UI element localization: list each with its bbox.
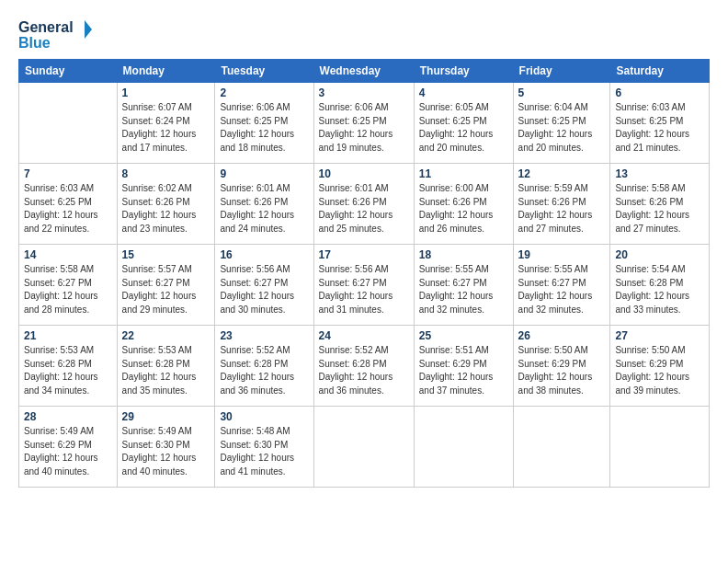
day-number: 20 [615, 248, 704, 261]
day-number: 4 [419, 86, 508, 99]
logo-svg: General Blue [18, 17, 92, 53]
day-info: Sunrise: 6:07 AMSunset: 6:24 PMDaylight:… [122, 101, 210, 155]
day-number: 5 [518, 86, 606, 99]
day-info: Sunrise: 5:49 AMSunset: 6:29 PMDaylight:… [24, 425, 112, 478]
calendar-cell: 12Sunrise: 5:59 AMSunset: 6:26 PMDayligh… [513, 164, 610, 245]
calendar-header-saturday: Saturday [610, 60, 710, 83]
day-info: Sunrise: 6:03 AMSunset: 6:25 PMDaylight:… [24, 182, 112, 236]
day-info: Sunrise: 6:02 AMSunset: 6:26 PMDaylight:… [122, 182, 210, 236]
calendar-cell: 29Sunrise: 5:49 AMSunset: 6:30 PMDayligh… [117, 407, 215, 488]
day-info: Sunrise: 6:04 AMSunset: 6:25 PMDaylight:… [518, 101, 606, 155]
day-info: Sunrise: 5:48 AMSunset: 6:30 PMDaylight:… [220, 425, 308, 478]
calendar-cell: 9Sunrise: 6:01 AMSunset: 6:26 PMDaylight… [215, 164, 313, 245]
day-info: Sunrise: 6:00 AMSunset: 6:26 PMDaylight:… [419, 182, 508, 236]
day-info: Sunrise: 5:53 AMSunset: 6:28 PMDaylight:… [122, 344, 210, 397]
calendar-cell: 30Sunrise: 5:48 AMSunset: 6:30 PMDayligh… [215, 407, 313, 488]
calendar-cell: 2Sunrise: 6:06 AMSunset: 6:25 PMDaylight… [215, 83, 313, 164]
calendar-cell: 21Sunrise: 5:53 AMSunset: 6:28 PMDayligh… [19, 326, 118, 407]
calendar-cell: 27Sunrise: 5:50 AMSunset: 6:29 PMDayligh… [610, 326, 710, 407]
day-info: Sunrise: 6:06 AMSunset: 6:25 PMDaylight:… [220, 101, 308, 155]
day-number: 23 [220, 329, 308, 342]
day-info: Sunrise: 5:55 AMSunset: 6:27 PMDaylight:… [419, 263, 508, 316]
day-number: 3 [319, 86, 409, 99]
calendar-cell: 3Sunrise: 6:06 AMSunset: 6:25 PMDaylight… [313, 83, 414, 164]
calendar-header-row: SundayMondayTuesdayWednesdayThursdayFrid… [19, 60, 710, 83]
header: General Blue [18, 17, 710, 53]
day-number: 1 [122, 86, 210, 99]
day-number: 28 [24, 410, 112, 423]
day-number: 30 [220, 410, 308, 423]
day-info: Sunrise: 5:56 AMSunset: 6:27 PMDaylight:… [319, 263, 409, 316]
day-number: 26 [518, 329, 606, 342]
day-info: Sunrise: 6:05 AMSunset: 6:25 PMDaylight:… [419, 101, 508, 155]
day-info: Sunrise: 5:59 AMSunset: 6:26 PMDaylight:… [518, 182, 606, 236]
day-info: Sunrise: 5:52 AMSunset: 6:28 PMDaylight:… [319, 344, 409, 397]
day-info: Sunrise: 5:50 AMSunset: 6:29 PMDaylight:… [518, 344, 606, 397]
day-info: Sunrise: 6:01 AMSunset: 6:26 PMDaylight:… [319, 182, 409, 236]
day-number: 9 [220, 167, 308, 180]
day-info: Sunrise: 6:01 AMSunset: 6:26 PMDaylight:… [220, 182, 308, 236]
day-number: 27 [615, 329, 704, 342]
svg-marker-2 [85, 20, 92, 39]
week-row-1: 1Sunrise: 6:07 AMSunset: 6:24 PMDaylight… [19, 83, 710, 164]
day-info: Sunrise: 5:54 AMSunset: 6:28 PMDaylight:… [615, 263, 704, 316]
calendar-cell: 11Sunrise: 6:00 AMSunset: 6:26 PMDayligh… [414, 164, 513, 245]
calendar-header-friday: Friday [513, 60, 610, 83]
calendar-cell: 5Sunrise: 6:04 AMSunset: 6:25 PMDaylight… [513, 83, 610, 164]
page: General Blue SundayMondayTuesdayWednesda… [0, 0, 728, 563]
calendar-cell: 23Sunrise: 5:52 AMSunset: 6:28 PMDayligh… [215, 326, 313, 407]
day-number: 21 [24, 329, 112, 342]
calendar-cell [610, 407, 710, 488]
day-info: Sunrise: 5:55 AMSunset: 6:27 PMDaylight:… [518, 263, 606, 316]
calendar-header-sunday: Sunday [19, 60, 118, 83]
calendar-cell: 19Sunrise: 5:55 AMSunset: 6:27 PMDayligh… [513, 245, 610, 326]
calendar-cell: 22Sunrise: 5:53 AMSunset: 6:28 PMDayligh… [117, 326, 215, 407]
calendar-cell: 8Sunrise: 6:02 AMSunset: 6:26 PMDaylight… [117, 164, 215, 245]
calendar-cell: 20Sunrise: 5:54 AMSunset: 6:28 PMDayligh… [610, 245, 710, 326]
calendar-cell: 4Sunrise: 6:05 AMSunset: 6:25 PMDaylight… [414, 83, 513, 164]
logo: General Blue [18, 17, 92, 53]
day-number: 25 [419, 329, 508, 342]
calendar-cell [414, 407, 513, 488]
day-number: 12 [518, 167, 606, 180]
day-info: Sunrise: 5:58 AMSunset: 6:26 PMDaylight:… [615, 182, 704, 236]
calendar-cell: 13Sunrise: 5:58 AMSunset: 6:26 PMDayligh… [610, 164, 710, 245]
week-row-4: 21Sunrise: 5:53 AMSunset: 6:28 PMDayligh… [19, 326, 710, 407]
calendar-cell: 25Sunrise: 5:51 AMSunset: 6:29 PMDayligh… [414, 326, 513, 407]
day-info: Sunrise: 5:57 AMSunset: 6:27 PMDaylight:… [122, 263, 210, 316]
calendar-cell: 24Sunrise: 5:52 AMSunset: 6:28 PMDayligh… [313, 326, 414, 407]
week-row-5: 28Sunrise: 5:49 AMSunset: 6:29 PMDayligh… [19, 407, 710, 488]
calendar-header-thursday: Thursday [414, 60, 513, 83]
calendar-header-tuesday: Tuesday [215, 60, 313, 83]
calendar-cell: 26Sunrise: 5:50 AMSunset: 6:29 PMDayligh… [513, 326, 610, 407]
calendar-cell: 1Sunrise: 6:07 AMSunset: 6:24 PMDaylight… [117, 83, 215, 164]
calendar-cell [19, 83, 118, 164]
day-number: 24 [319, 329, 409, 342]
svg-text:Blue: Blue [18, 35, 51, 51]
day-number: 11 [419, 167, 508, 180]
calendar-header-wednesday: Wednesday [313, 60, 414, 83]
day-info: Sunrise: 5:56 AMSunset: 6:27 PMDaylight:… [220, 263, 308, 316]
day-number: 16 [220, 248, 308, 261]
week-row-2: 7Sunrise: 6:03 AMSunset: 6:25 PMDaylight… [19, 164, 710, 245]
day-number: 13 [615, 167, 704, 180]
day-number: 18 [419, 248, 508, 261]
day-info: Sunrise: 5:58 AMSunset: 6:27 PMDaylight:… [24, 263, 112, 316]
day-info: Sunrise: 5:51 AMSunset: 6:29 PMDaylight:… [419, 344, 508, 397]
day-number: 17 [319, 248, 409, 261]
week-row-3: 14Sunrise: 5:58 AMSunset: 6:27 PMDayligh… [19, 245, 710, 326]
calendar-cell: 16Sunrise: 5:56 AMSunset: 6:27 PMDayligh… [215, 245, 313, 326]
day-number: 10 [319, 167, 409, 180]
day-info: Sunrise: 5:52 AMSunset: 6:28 PMDaylight:… [220, 344, 308, 397]
calendar-cell: 17Sunrise: 5:56 AMSunset: 6:27 PMDayligh… [313, 245, 414, 326]
calendar-cell: 18Sunrise: 5:55 AMSunset: 6:27 PMDayligh… [414, 245, 513, 326]
day-number: 22 [122, 329, 210, 342]
day-number: 6 [615, 86, 704, 99]
day-info: Sunrise: 6:03 AMSunset: 6:25 PMDaylight:… [615, 101, 704, 155]
day-info: Sunrise: 5:50 AMSunset: 6:29 PMDaylight:… [615, 344, 704, 397]
calendar-cell: 7Sunrise: 6:03 AMSunset: 6:25 PMDaylight… [19, 164, 118, 245]
calendar-cell: 28Sunrise: 5:49 AMSunset: 6:29 PMDayligh… [19, 407, 118, 488]
svg-text:General: General [18, 19, 74, 35]
calendar-cell [313, 407, 414, 488]
day-number: 29 [122, 410, 210, 423]
